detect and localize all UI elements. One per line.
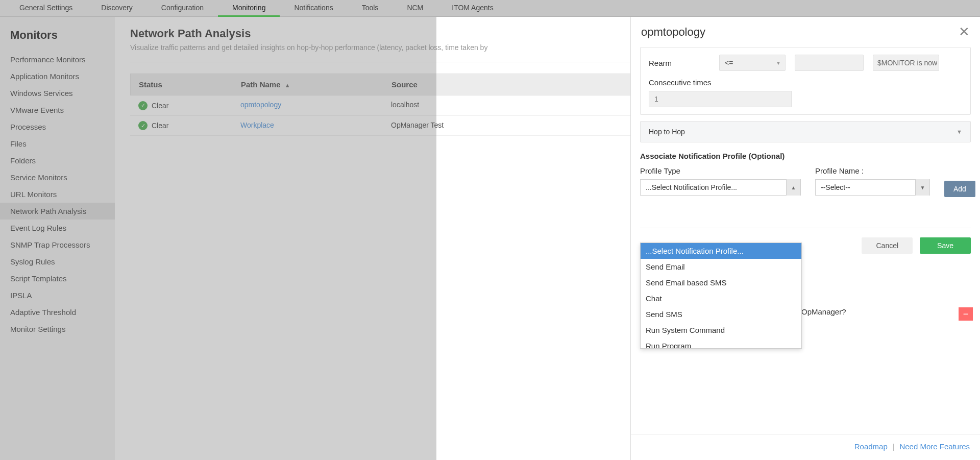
- sidebar-item-vmware-events[interactable]: VMware Events: [0, 102, 115, 118]
- status-badge: ✓Clear: [138, 121, 168, 130]
- close-icon[interactable]: ✕: [959, 24, 970, 40]
- sidebar-item-script-templates[interactable]: Script Templates: [0, 270, 115, 287]
- roadmap-link[interactable]: Roadmap: [854, 442, 888, 451]
- rearm-operator-select[interactable]: <=▼: [719, 55, 786, 71]
- top-tab-itom-agents[interactable]: ITOM Agents: [437, 0, 507, 17]
- hop-to-hop-accordion[interactable]: Hop to Hop ▼: [640, 121, 971, 142]
- separator: |: [893, 443, 895, 451]
- profile-name-select[interactable]: --Select-- ▼: [815, 179, 930, 196]
- rearm-value-input[interactable]: [795, 55, 864, 71]
- consecutive-label: Consecutive times: [649, 78, 962, 87]
- dropdown-option[interactable]: Send SMS: [641, 306, 801, 322]
- sidebar-item-folders[interactable]: Folders: [0, 152, 115, 169]
- sidebar-item-adaptive-threshold[interactable]: Adaptive Threshold: [0, 304, 115, 321]
- top-tab-discovery[interactable]: Discovery: [87, 0, 146, 17]
- top-tabs: General SettingsDiscoveryConfigurationMo…: [0, 0, 980, 17]
- chevron-down-icon: ▼: [957, 129, 962, 135]
- sidebar-item-syslog-rules[interactable]: Syslog Rules: [0, 253, 115, 270]
- sidebar-item-ipsla[interactable]: IPSLA: [0, 287, 115, 304]
- top-tab-notifications[interactable]: Notifications: [280, 0, 347, 17]
- check-icon: ✓: [138, 101, 148, 110]
- sidebar-item-url-monitors[interactable]: URL Monitors: [0, 186, 115, 203]
- sidebar-item-network-path-analysis[interactable]: Network Path Analysis: [0, 203, 115, 220]
- sidebar: Monitors Performance MonitorsApplication…: [0, 17, 115, 460]
- path-link[interactable]: Workplace: [240, 121, 274, 129]
- dropdown-option[interactable]: Send Email: [641, 259, 801, 275]
- profile-type-dropdown: ...Select Notification Profile...Send Em…: [640, 243, 802, 349]
- check-icon: ✓: [138, 121, 148, 130]
- top-tab-ncm[interactable]: NCM: [393, 0, 437, 17]
- rearm-label: Rearm: [649, 59, 710, 67]
- sidebar-item-event-log-rules[interactable]: Event Log Rules: [0, 220, 115, 236]
- profile-type-select[interactable]: ...Select Notification Profile... ▲: [640, 179, 801, 196]
- dropdown-option[interactable]: Chat: [641, 290, 801, 306]
- status-badge: ✓Clear: [138, 101, 168, 110]
- panel-title: opmtopology: [641, 26, 705, 39]
- dropdown-option[interactable]: Send Email based SMS: [641, 275, 801, 290]
- path-link[interactable]: opmtopology: [240, 101, 281, 109]
- dropdown-option[interactable]: ...Select Notification Profile...: [641, 243, 801, 259]
- rearm-message-input[interactable]: $MONITOR is now b: [873, 55, 939, 71]
- rearm-box: Rearm <=▼ $MONITOR is now b Consecutive …: [640, 47, 971, 115]
- sidebar-item-monitor-settings[interactable]: Monitor Settings: [0, 321, 115, 337]
- profile-name-label: Profile Name :: [815, 166, 930, 175]
- sidebar-item-application-monitors[interactable]: Application Monitors: [0, 68, 115, 85]
- consecutive-input[interactable]: 1: [649, 91, 792, 107]
- dropdown-option[interactable]: Run System Command: [641, 322, 801, 338]
- side-panel: opmtopology ✕ Rearm <=▼ $MONITOR is now …: [630, 17, 980, 460]
- sidebar-item-processes[interactable]: Processes: [0, 118, 115, 135]
- top-tab-general-settings[interactable]: General Settings: [5, 0, 87, 17]
- sidebar-item-files[interactable]: Files: [0, 135, 115, 152]
- sidebar-title: Monitors: [0, 25, 115, 51]
- cancel-button[interactable]: Cancel: [862, 237, 913, 254]
- sidebar-item-service-monitors[interactable]: Service Monitors: [0, 169, 115, 186]
- add-button[interactable]: Add: [944, 181, 975, 197]
- profile-type-label: Profile Type: [640, 166, 801, 175]
- chevron-down-icon[interactable]: ▼: [915, 179, 929, 196]
- top-tab-tools[interactable]: Tools: [348, 0, 393, 17]
- save-button[interactable]: Save: [920, 237, 971, 254]
- col-path-name[interactable]: Path Name ▲: [233, 74, 383, 95]
- sidebar-item-performance-monitors[interactable]: Performance Monitors: [0, 51, 115, 68]
- collapse-icon[interactable]: −: [959, 307, 973, 321]
- chevron-up-icon[interactable]: ▲: [786, 179, 800, 196]
- top-tab-configuration[interactable]: Configuration: [147, 0, 218, 17]
- associate-profile-title: Associate Notification Profile (Optional…: [640, 152, 971, 160]
- col-status[interactable]: Status: [131, 74, 233, 95]
- chevron-down-icon: ▼: [776, 60, 781, 66]
- top-tab-monitoring[interactable]: Monitoring: [218, 0, 280, 17]
- sidebar-item-snmp-trap-processors[interactable]: SNMP Trap Processors: [0, 236, 115, 253]
- dropdown-option[interactable]: Run Program: [641, 338, 801, 348]
- need-more-features-link[interactable]: Need More Features: [899, 442, 970, 451]
- sidebar-item-windows-services[interactable]: Windows Services: [0, 85, 115, 102]
- sort-asc-icon: ▲: [285, 82, 290, 88]
